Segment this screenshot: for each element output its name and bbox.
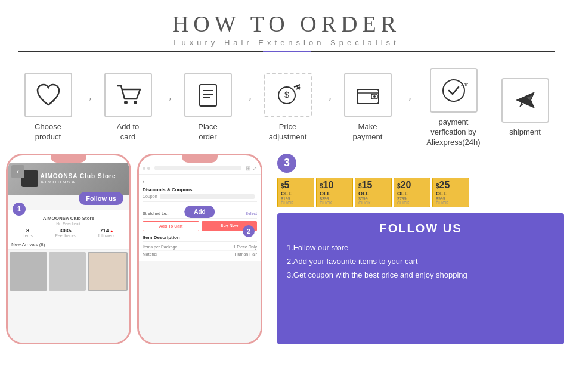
phone2-select-label[interactable]: Select (246, 211, 257, 216)
coupon-5-min: $999 (436, 197, 466, 201)
phone1-feedback-label: No Feedback (11, 222, 126, 226)
step-icon-box-4: $ (264, 73, 312, 117)
coupon-1-btn[interactable]: CLICK (281, 201, 311, 205)
step-choose-product: Chooseproduct (16, 73, 81, 142)
phone1-product-2 (49, 252, 86, 291)
phone2-topbar: ⊞ ↗ (139, 163, 261, 175)
phone2-item-desc-title: Item Description (143, 235, 257, 242)
bottom-section: ‹ AIMOONSA Club Store AIMOONSA Follow us (0, 154, 573, 344)
step-label-3: Placeorder (198, 122, 218, 142)
svg-point-15 (373, 95, 376, 98)
coupon-4-btn[interactable]: CLICK (397, 201, 427, 205)
page-title: HOW TO ORDER (0, 11, 573, 37)
divider-line-left (18, 51, 263, 52)
phone1-brand-name: AIMOONSA Club Store (41, 173, 116, 179)
step-icon-box-7 (501, 78, 549, 123)
page-header: HOW TO ORDER Luxury Hair Extension Speci… (0, 0, 573, 57)
phone1-follow-badge[interactable]: Follow us (79, 192, 123, 205)
phone1-stat-feedbacks-num: 3035 (55, 228, 76, 234)
phone-screen-1: ‹ AIMOONSA Club Store AIMOONSA Follow us (8, 163, 129, 343)
phone2-section-title: Discounts & Coupons (143, 187, 257, 192)
header-divider (18, 51, 555, 52)
phone2-add-to-cart-btn[interactable]: Add To Cart (143, 221, 199, 231)
phone2-desc-label-1: Items per Package (143, 245, 177, 249)
phone1-back-btn: ‹ (11, 165, 24, 178)
coupon-2: $10 OFF $399 CLICK (316, 178, 353, 207)
phone1-stat-items-num: 8 (23, 228, 33, 234)
phone2-add-badge[interactable]: Add (184, 206, 215, 218)
phone1-stat-feedbacks: 3035 Feedbacks (55, 228, 76, 238)
follow-item-1: 1.Follow our store (287, 242, 555, 253)
arrow-1: → (82, 92, 94, 105)
step-icon-box-3 (184, 73, 232, 117)
coupon-2-amount: $10 (320, 180, 349, 191)
follow-item-2: 2.Add your favourite items to your cart (287, 256, 555, 267)
coupon-1-off: OFF (281, 191, 311, 197)
phone2-coupon-input (160, 194, 255, 199)
phone1-product-3-img (89, 253, 126, 290)
svg-point-0 (124, 101, 128, 104)
step-price-adjustment: $ Priceadjustment (255, 73, 321, 142)
phone2-content: ‹ Discounts & Coupons Coupon Add 2 Stret… (139, 175, 261, 261)
divider-accent (263, 51, 311, 52)
coupon-5-amount: $25 (436, 180, 466, 191)
coupon-1-min: $199 (281, 197, 311, 201)
phone2-desc-value-1: 1 Piece Only (233, 245, 257, 249)
arrow-3: → (242, 92, 254, 105)
step3-circle: 3 (277, 154, 296, 173)
phone2-dot-2 (147, 167, 150, 170)
phone1-step-circle: 1 (13, 203, 26, 216)
phone1-stat-items-label: Items (23, 234, 33, 238)
follow-card-title: FOLLOW US (287, 222, 555, 235)
coupon-3-off: OFF (358, 191, 388, 197)
phone2-action-buttons: Add To Cart Buy Now (143, 221, 257, 231)
coupons-bar: $5 OFF $199 CLICK $10 OFF $399 CLICK $15… (277, 178, 564, 207)
coupon-4-amount: $20 (397, 180, 427, 191)
coupon-3-btn[interactable]: CLICK (358, 201, 388, 205)
phone-notch-2 (182, 155, 218, 163)
list-icon (194, 81, 222, 110)
svg-rect-2 (200, 85, 216, 106)
phone-screen-2: ⊞ ↗ ‹ Discounts & Coupons Coupon Add 2 (139, 163, 261, 343)
step-make-payment: Makepayment (335, 73, 401, 142)
coupon-5-btn[interactable]: CLICK (436, 201, 466, 205)
phone1-store-header: ‹ AIMOONSA Club Store AIMOONSA Follow us (8, 163, 129, 195)
coupon-2-btn[interactable]: CLICK (320, 201, 349, 205)
phone2-desc-value-2: Human Hair (235, 252, 257, 256)
phone1-products-row (8, 250, 129, 293)
phone-mockup-1: ‹ AIMOONSA Club Store AIMOONSA Follow us (6, 154, 131, 344)
phone1-stat-followers-label: followers (98, 234, 115, 238)
heart-icon (34, 81, 63, 110)
phone1-product-1 (10, 252, 47, 291)
coupon-2-min: $399 (320, 197, 349, 201)
step-label-5: Makepayment (353, 122, 383, 142)
steps-section: Chooseproduct → Add tocard → Placeorder … (0, 57, 573, 154)
page-subtitle: Luxury Hair Extension Specialist (0, 38, 573, 47)
phone1-stat-followers: 714 ● followers (98, 228, 115, 238)
step-shipment: shipment (493, 78, 558, 138)
phone-mockup-2: ⊞ ↗ ‹ Discounts & Coupons Coupon Add 2 (137, 154, 262, 344)
phone2-coupon-label: Coupon (143, 194, 157, 198)
coupon-1-amount: $5 (281, 180, 311, 191)
phone1-store-info: AIMOONSA Club Store No Feedback 8 Items … (8, 210, 129, 240)
svg-text:24h: 24h (461, 82, 468, 87)
phone1-product-3 (88, 252, 128, 291)
coupon-1: $5 OFF $199 CLICK (277, 178, 314, 207)
coupon-5-off: OFF (436, 191, 466, 197)
step-label-6: paymentverfication byAliexpress(24h) (426, 117, 480, 148)
phone1-store-name: AIMOONSA Club Store (11, 216, 126, 221)
step-icon-box-5 (344, 73, 392, 117)
phone2-desc-label-2: Material (143, 252, 157, 256)
phone1-logo-area: AIMOONSA Club Store AIMOONSA (21, 170, 116, 187)
phone1-new-arrivals: New Arrivals (8) (8, 240, 129, 250)
phone2-back: ‹ (143, 178, 257, 185)
coupon-3: $15 OFF $599 CLICK (355, 178, 392, 207)
step-icon-box-1 (24, 73, 72, 117)
step-place-order: Placeorder (175, 73, 241, 142)
wallet-icon (354, 81, 382, 110)
arrow-2: → (162, 92, 174, 105)
svg-point-1 (134, 101, 137, 104)
verified-icon: 24h (439, 76, 468, 105)
phone2-coupon-row: Coupon (143, 194, 257, 202)
phone1-logo-text: AIMOONSA Club Store AIMOONSA (41, 173, 116, 185)
